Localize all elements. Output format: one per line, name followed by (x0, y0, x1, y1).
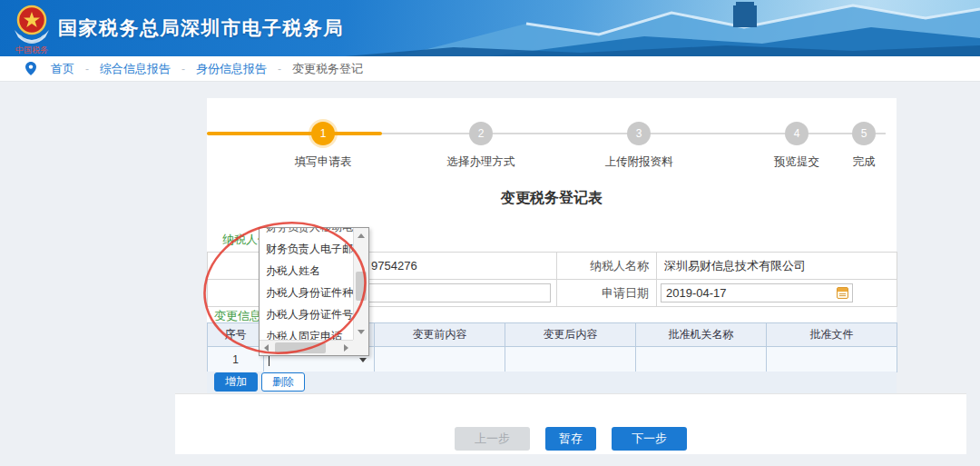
step-3-dot: 3 (627, 122, 651, 145)
location-pin-icon (25, 62, 36, 75)
dropdown-option-clerk-id-number[interactable]: 办税人身份证件号码 (260, 303, 353, 325)
breadcrumb-current-page: 变更税务登记 (292, 61, 363, 77)
delete-row-button[interactable]: 删除 (261, 372, 305, 392)
step-5-label: 完成 (800, 154, 927, 170)
authority-value-cell[interactable] (636, 347, 767, 372)
step-1-dot: 1 (311, 122, 335, 145)
col-header-before: 变更前内容 (375, 323, 505, 347)
form-title: 变更税务登记表 (207, 189, 897, 208)
col-header-authority: 批准机关名称 (636, 323, 767, 347)
row-actions-band: 增加 删除 (207, 372, 897, 393)
apply-date-input[interactable]: 2019-04-17 (661, 283, 853, 302)
step-2-choose-method: 2 选择办理方式 (417, 122, 544, 170)
logo-caption: 中国税务 (15, 45, 48, 55)
step-1-label: 填写申请表 (260, 154, 387, 170)
col-header-seq: 序号 (208, 323, 264, 347)
dropdown-option-clerk-landline[interactable]: 办税人固定电话 (260, 325, 353, 340)
step-3-label: 上传附报资料 (575, 154, 702, 170)
breadcrumb-separator: - (85, 63, 89, 75)
dropdown-caret-icon[interactable] (359, 358, 367, 362)
document-value-cell[interactable] (767, 347, 897, 372)
apply-date-cell: 2019-04-17 (657, 280, 897, 307)
col-header-document: 批准文件 (767, 323, 897, 347)
save-draft-button[interactable]: 暂存 (545, 427, 596, 451)
app-header: 中国税务 国家税务总局深圳市电子税务局 (0, 0, 980, 56)
before-value-cell[interactable] (375, 347, 505, 372)
breadcrumb-identity-info[interactable]: 身份信息报告 (196, 61, 267, 77)
breadcrumb: 首页 - 综合信息报告 - 身份信息报告 - 变更税务登记 (0, 56, 980, 82)
col-header-after: 变更后内容 (505, 323, 636, 347)
dropdown-option-clerk-name[interactable]: 办税人姓名 (260, 260, 353, 282)
apply-date-label: 申请日期 (557, 280, 657, 307)
row-index-cell: 1 (208, 347, 264, 372)
scroll-down-icon[interactable] (358, 330, 365, 334)
breadcrumb-home[interactable]: 首页 (51, 61, 74, 77)
dropdown-list: 财务负责人移动电话 财务负责人电子邮箱 办税人姓名 办税人身份证件种类 办税人身… (260, 228, 353, 340)
taxpayer-name-label: 纳税人名称 (557, 253, 657, 280)
horizontal-scroll-thumb[interactable] (275, 342, 326, 353)
calendar-icon[interactable] (837, 287, 848, 299)
after-value-cell[interactable] (505, 347, 636, 372)
step-2-label: 选择办理方式 (417, 154, 544, 170)
step-1-fill-form: 1 填写申请表 (260, 122, 387, 170)
change-item-dropdown-panel: 财务负责人移动电话 财务负责人电子邮箱 办税人姓名 办税人身份证件种类 办税人身… (259, 227, 369, 356)
add-row-button[interactable]: 增加 (214, 372, 258, 392)
dropdown-option-finance-email[interactable]: 财务负责人电子邮箱 (260, 238, 353, 260)
dropdown-option-clerk-id-type[interactable]: 办税人身份证件种类 (260, 282, 353, 303)
scroll-left-icon[interactable] (264, 344, 269, 352)
next-step-button[interactable]: 下一步 (612, 427, 687, 451)
wizard-footer: 上一步 暂存 下一步 (175, 393, 966, 454)
breadcrumb-separator: - (181, 63, 185, 75)
taxpayer-name-value: 深圳易财信息技术有限公司 (657, 253, 897, 280)
vertical-scroll-thumb[interactable] (356, 272, 367, 301)
step-3-upload-attachments: 3 上传附报资料 (575, 122, 702, 170)
scroll-up-icon[interactable] (358, 233, 365, 238)
breadcrumb-separator: - (278, 63, 281, 75)
site-title: 国家税务总局深圳市电子税务局 (58, 15, 344, 41)
tax-bureau-logo: 中国税务 (9, 3, 54, 55)
vertical-scrollbar[interactable] (353, 228, 368, 340)
breadcrumb-comprehensive-info[interactable]: 综合信息报告 (100, 61, 171, 77)
step-5-dot: 5 (852, 122, 876, 145)
page: 中国税务 国家税务总局深圳市电子税务局 首页 - 综合信息报告 - 身份信息报告… (0, 0, 980, 466)
great-wall-scenery (345, 0, 980, 56)
apply-date-value: 2019-04-17 (666, 286, 727, 300)
scroll-right-icon[interactable] (344, 344, 348, 352)
previous-step-button[interactable]: 上一步 (455, 427, 530, 451)
horizontal-scrollbar[interactable] (260, 340, 353, 355)
step-2-dot: 2 (469, 122, 493, 145)
step-5-done: 5 完成 (800, 122, 927, 170)
scrollbar-corner (353, 340, 368, 355)
dropdown-option-mobile-phone[interactable]: 财务负责人移动电话 (260, 228, 353, 238)
